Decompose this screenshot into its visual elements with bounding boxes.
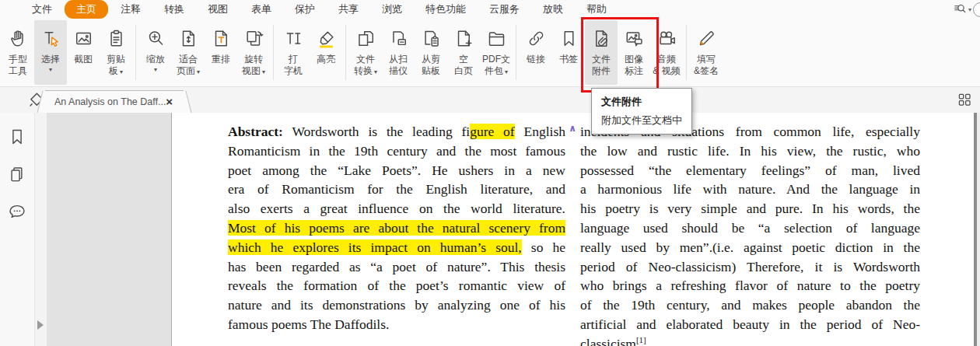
document-text-line: his poetry is very simple and pure. In h… bbox=[580, 199, 920, 218]
menu-tab-home[interactable]: 主页 bbox=[65, 0, 108, 19]
document-text-line: Romanticism in the 19th century and the … bbox=[228, 142, 565, 161]
comments-icon bbox=[7, 211, 27, 224]
scrollbar-thumb[interactable] bbox=[974, 113, 977, 346]
toolbar-button-rotate-view[interactable]: 旋转视图 ▾ bbox=[237, 20, 270, 85]
dropdown-caret-icon[interactable]: ▾ bbox=[195, 68, 200, 75]
toolbar-button-from-scanner[interactable]: 从扫描仪 bbox=[382, 20, 415, 85]
toolbar-button-file-convert[interactable]: 文件转换 ▾ bbox=[349, 20, 382, 85]
panel-strip bbox=[35, 113, 47, 346]
sidebar-button-pages[interactable] bbox=[7, 164, 27, 187]
document-text-line: Abstract: Wordsworth is the leading figu… bbox=[228, 122, 565, 142]
toolbar-separator bbox=[516, 25, 516, 80]
document-area: Abstract: Wordsworth is the leading figu… bbox=[47, 113, 980, 346]
text-segment: language used should be “a selection of … bbox=[580, 220, 920, 236]
document-tab-title: An Analysis on The Daff... bbox=[54, 96, 166, 107]
text-segment: his poetry is very simple and pure. In h… bbox=[580, 201, 920, 216]
menu-tab-comment[interactable]: 注释 bbox=[110, 0, 152, 19]
menu-tab-cloud[interactable]: 云服务 bbox=[478, 0, 530, 19]
dropdown-caret-icon[interactable]: ▾ bbox=[373, 68, 377, 75]
text-segment: era of Romanticism for the English liter… bbox=[228, 181, 565, 197]
pages-icon bbox=[7, 173, 27, 187]
tooltip-description: 附加文件至文档中 bbox=[601, 114, 682, 128]
menu-tab-protect[interactable]: 保护 bbox=[284, 0, 326, 19]
tab-close-icon[interactable]: × bbox=[166, 96, 173, 107]
toolbar-button-select[interactable]: 选择▾ bbox=[34, 20, 67, 85]
menu-tab-browse[interactable]: 浏览 bbox=[371, 0, 413, 19]
document-text-line: a harmonious life with nature. And the l… bbox=[580, 180, 920, 199]
toolbar-button-label: 空白页 bbox=[454, 54, 473, 77]
text-segment: Wordsworth is the leading fi bbox=[283, 124, 470, 139]
reflow-icon bbox=[211, 23, 232, 54]
menu-tab-help[interactable]: 帮助 bbox=[576, 0, 618, 19]
toolbar-button-label: 文件附件 bbox=[592, 54, 611, 77]
menu-tab-convert[interactable]: 转换 bbox=[153, 0, 195, 19]
toolbar-button-bookmark[interactable]: 书签 bbox=[552, 20, 585, 85]
fill-sign-icon bbox=[696, 23, 717, 54]
document-text-line: language used should be “a selection of … bbox=[580, 218, 920, 238]
menu-tab-file[interactable]: 文件 bbox=[21, 0, 63, 19]
text-column-left: Abstract: Wordsworth is the leading figu… bbox=[228, 122, 565, 334]
text-segment: Romanticism in the 19th century and the … bbox=[228, 143, 565, 159]
toolbar-button-label: 文件转换 ▾ bbox=[354, 54, 377, 78]
document-text-line: of the 19th century, and makes people ab… bbox=[580, 295, 920, 315]
toolbar-button-hand-tool[interactable]: 手型工具 bbox=[2, 20, 34, 85]
document-text-line: artificial and elaborated beauty in the … bbox=[580, 315, 920, 334]
toolbar-button-typewriter[interactable]: 打字机 bbox=[277, 20, 310, 85]
document-text-line: really used by men”.(i.e. against poetic… bbox=[580, 238, 920, 257]
document-text-line: nature and its demonstrations by analyzi… bbox=[228, 295, 565, 315]
text-segment: the low and rustic life. In his view, th… bbox=[580, 143, 920, 159]
from-scanner-icon bbox=[388, 23, 409, 54]
toolbar-button-blank-page[interactable]: 空白页 bbox=[447, 20, 480, 85]
file-attach-icon bbox=[591, 23, 612, 54]
pdf-package-icon bbox=[486, 23, 507, 54]
document-tab-bar: An Analysis on The Daff... × bbox=[0, 87, 980, 113]
dropdown-caret-icon[interactable]: ▾ bbox=[503, 68, 508, 75]
find-icon[interactable] bbox=[952, 2, 968, 17]
menu-tab-features[interactable]: 特色功能 bbox=[415, 0, 477, 19]
toolbar-button-label: 截图 bbox=[74, 54, 93, 65]
menu-tab-view[interactable]: 视图 bbox=[197, 0, 239, 19]
toolbar-button-clipboard[interactable]: 剪贴板 ▾ bbox=[100, 20, 132, 85]
toolbar-button-label: 选择 bbox=[41, 54, 60, 65]
toolbar-button-pdf-package[interactable]: PDF文件包 ▾ bbox=[480, 20, 513, 85]
dropdown-caret-icon[interactable]: ▾ bbox=[118, 68, 123, 75]
menu-tab-share[interactable]: 共享 bbox=[327, 0, 369, 19]
toolbar-button-file-attach[interactable]: 文件附件 bbox=[585, 20, 618, 85]
toolbar-button-audio-video[interactable]: 音频& 视频 bbox=[650, 20, 683, 85]
toolbar-button-snapshot[interactable]: 截图 bbox=[67, 20, 100, 85]
sidebar-button-comments[interactable] bbox=[7, 201, 27, 225]
grid-view-icon[interactable] bbox=[956, 91, 974, 112]
document-text-line: who brings a refreshing flavor of nature… bbox=[580, 276, 920, 295]
toolbar-button-link[interactable]: 链接 bbox=[520, 20, 552, 85]
partial-circle-button[interactable] bbox=[973, 2, 980, 17]
document-text-line: poet among the “Lake Poets”. He ushers i… bbox=[228, 161, 565, 180]
menu-tab-form[interactable]: 表单 bbox=[240, 0, 282, 19]
toolbar-button-fill-sign[interactable]: 填写&签名 bbox=[690, 20, 723, 85]
vertical-scrollbar[interactable] bbox=[974, 113, 980, 346]
toolbar-button-label: 手型工具 bbox=[9, 54, 27, 77]
toolbar-button-label: 适合页面 ▾ bbox=[177, 54, 200, 78]
document-text-line: possessed “the elementary feelings” of m… bbox=[580, 161, 920, 180]
toolbar-button-from-clipboard[interactable]: 从剪贴板 bbox=[415, 20, 447, 85]
sidebar-button-bookmarks[interactable] bbox=[7, 127, 27, 150]
toolbar-button-label: 缩放 bbox=[146, 54, 165, 65]
menu-tab-show[interactable]: 放映 bbox=[532, 0, 574, 19]
find-dropdown-caret[interactable]: ▾ bbox=[968, 6, 971, 13]
tooltip-title: 文件附件 bbox=[601, 95, 682, 109]
dropdown-caret-icon[interactable]: ▾ bbox=[154, 66, 157, 73]
toolbar-button-zoom[interactable]: 缩放▾ bbox=[139, 20, 172, 85]
highlighted-text: which he explores its impact on human’s … bbox=[228, 239, 522, 255]
toolbar-separator bbox=[135, 25, 136, 80]
dropdown-caret-icon[interactable]: ▾ bbox=[49, 66, 52, 73]
toolbar-button-fit-page[interactable]: 适合页面 ▾ bbox=[172, 20, 205, 85]
fit-page-icon bbox=[178, 23, 199, 54]
bookmarks-icon bbox=[7, 136, 27, 149]
toolbar-button-label: PDF文件包 ▾ bbox=[482, 54, 510, 78]
toolbar-button-image-annotate[interactable]: 图像标注 bbox=[618, 20, 650, 85]
document-tab[interactable]: An Analysis on The Daff... × bbox=[45, 90, 184, 113]
toolbar-button-highlight[interactable]: 高亮 bbox=[310, 20, 342, 85]
panel-expand-handle[interactable] bbox=[37, 320, 44, 330]
tooltip: 文件附件 附加文件至文档中 bbox=[591, 88, 692, 135]
dropdown-caret-icon[interactable]: ▾ bbox=[261, 68, 265, 75]
toolbar-button-reflow[interactable]: 重排 bbox=[205, 20, 237, 85]
